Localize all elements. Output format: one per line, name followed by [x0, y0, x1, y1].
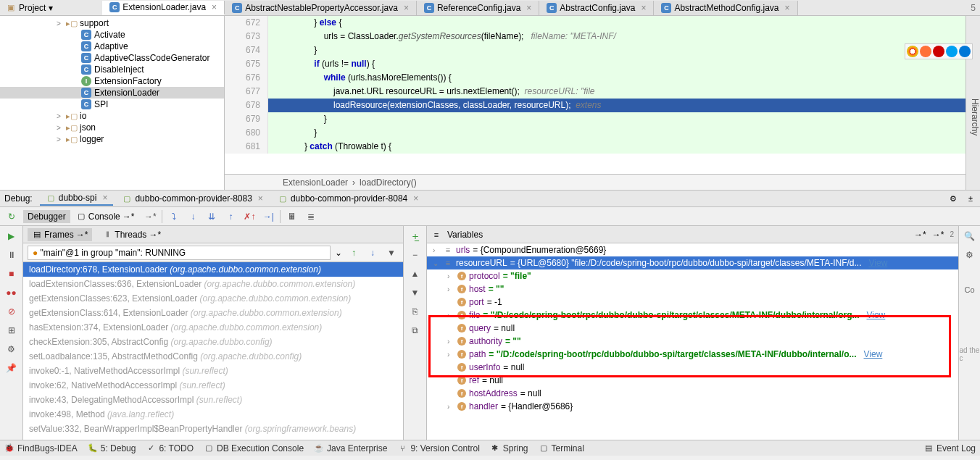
threads-tab[interactable]: ⫴ Threads →*: [98, 228, 165, 241]
breadcrumb[interactable]: ExtensionLoader › loadDirectory(): [225, 174, 966, 190]
bottom-tool-button[interactable]: ☕Java Enterprise: [314, 443, 387, 453]
expand-icon[interactable]: ›: [433, 246, 440, 254]
debug-run-tab[interactable]: ▢dubbo-common-provider-8084×: [272, 191, 424, 206]
frame-item[interactable]: invoke:62, NativeMethodAccessorImpl (sun…: [23, 378, 403, 393]
safari-icon[interactable]: [946, 46, 958, 57]
down-icon[interactable]: ▼: [408, 285, 423, 300]
chrome-icon[interactable]: [907, 46, 918, 57]
project-button[interactable]: ▣ Project ▾: [0, 3, 59, 13]
variable-item[interactable]: ›f path = "/D:/code/spring-boot/rpc/dubb…: [427, 348, 958, 361]
add-watch-icon[interactable]: +̲: [408, 229, 423, 243]
expand-icon[interactable]: ›: [447, 285, 454, 293]
arrow-right-icon[interactable]: →*: [143, 209, 157, 224]
pause-icon[interactable]: ⏸: [4, 248, 19, 262]
breadcrumb-method[interactable]: loadDirectory(): [360, 177, 417, 188]
frame-item[interactable]: invoke:43, DelegatingMethodAccessorImpl …: [23, 393, 403, 407]
frame-item[interactable]: invoke:498, Method (java.lang.reflect): [23, 407, 403, 422]
dup-icon[interactable]: ⧉: [408, 323, 423, 338]
view-link[interactable]: View: [869, 258, 888, 268]
bottom-tool-button[interactable]: 🐞FindBugs-IDEA: [4, 443, 78, 453]
expand-icon[interactable]: ›: [447, 351, 454, 359]
expand-icon[interactable]: ›: [447, 311, 454, 319]
code-line[interactable]: 676 while (urls.hasMoreElements()) {: [225, 71, 966, 85]
tree-item[interactable]: CAdaptive: [0, 41, 224, 52]
view-link[interactable]: View: [864, 349, 883, 359]
tree-item[interactable]: CAdaptiveClassCodeGenerator: [0, 52, 224, 64]
pin-icon[interactable]: ±: [966, 193, 976, 204]
arrow-out-icon[interactable]: →*: [932, 230, 944, 240]
opera-icon[interactable]: [933, 46, 944, 57]
variable-item[interactable]: f port = -1: [427, 296, 958, 309]
step-into-icon[interactable]: ↓: [186, 209, 200, 224]
frames-tab[interactable]: ▤ Frames →*: [28, 228, 92, 241]
firefox-icon[interactable]: [920, 46, 931, 57]
stop-icon[interactable]: ■: [4, 267, 19, 281]
code-line[interactable]: 678 loadResource(extensionClasses, class…: [225, 99, 966, 112]
frame-item[interactable]: setValue:332, BeanWrapperImpl$BeanProper…: [23, 422, 403, 436]
debug-run-tab[interactable]: ▢dubbo-spi×: [40, 191, 114, 206]
tree-item[interactable]: >▸▢json: [0, 122, 224, 133]
code-line[interactable]: 680 }: [225, 126, 966, 140]
resume-icon[interactable]: ▶: [4, 229, 19, 243]
drop-frame-icon[interactable]: ✗↑: [242, 209, 257, 224]
frame-item[interactable]: loadDirectory:678, ExtensionLoader (org.…: [23, 262, 403, 277]
close-icon[interactable]: ×: [413, 193, 418, 204]
variable-item[interactable]: ›f host = "": [427, 283, 958, 296]
variable-item[interactable]: ›≡ urls = {CompoundEnumeration@5669}: [427, 243, 958, 256]
event-log-button[interactable]: ▤ Event Log: [923, 443, 976, 453]
variable-item[interactable]: ›f authority = "": [427, 335, 958, 348]
expand-icon[interactable]: ›: [447, 272, 454, 280]
code-line[interactable]: 677 java.net.URL resourceURL = urls.next…: [225, 85, 966, 99]
trace-icon[interactable]: ≣: [304, 209, 318, 224]
debug-run-tab[interactable]: ▢dubbo-common-provider-8083×: [116, 191, 268, 206]
expand-icon[interactable]: ›: [447, 403, 454, 411]
frame-item[interactable]: hasExtension:374, ExtensionLoader (org.a…: [23, 320, 403, 335]
close-icon[interactable]: ×: [641, 3, 646, 13]
filter-icon[interactable]: ▼: [384, 246, 399, 260]
editor-tab[interactable]: CReferenceConfig.java×: [417, 1, 539, 15]
close-icon[interactable]: ×: [404, 3, 409, 13]
expand-icon[interactable]: ⌄: [433, 259, 440, 267]
variable-item[interactable]: f ref = null: [427, 374, 958, 387]
variable-item[interactable]: f userInfo = null: [427, 361, 958, 374]
bottom-tool-button[interactable]: 🐛5: Debug: [88, 443, 136, 453]
view-breakpoints-icon[interactable]: ●●: [4, 285, 19, 300]
tree-item[interactable]: CSPI: [0, 99, 224, 110]
frame-item[interactable]: loadExtensionClasses:636, ExtensionLoade…: [23, 277, 403, 291]
hierarchy-label[interactable]: Hierarchy: [970, 99, 980, 135]
code-line[interactable]: 675 if (urls != null) {: [225, 57, 966, 71]
tree-item[interactable]: IExtensionFactory: [0, 75, 224, 87]
close-icon[interactable]: ×: [258, 193, 263, 204]
up-icon[interactable]: ▲: [408, 267, 423, 281]
rerun-icon[interactable]: ↻: [4, 209, 19, 224]
gear-icon[interactable]: ⚙: [963, 248, 977, 262]
right-tool-strip[interactable]: Hierarchy m Maven Projects: [966, 16, 980, 190]
gear-icon[interactable]: ⚙: [948, 193, 958, 204]
ie-icon[interactable]: [959, 46, 971, 57]
frame-item[interactable]: setLoadbalance:135, AbstractMethodConfig…: [23, 349, 403, 364]
arrow-out-icon[interactable]: →*: [914, 230, 926, 240]
frame-item[interactable]: getExtensionClasses:623, ExtensionLoader…: [23, 291, 403, 306]
tree-item[interactable]: >▸▢io: [0, 110, 224, 122]
remove-watch-icon[interactable]: −: [408, 248, 423, 262]
bottom-tool-button[interactable]: ✓6: TODO: [146, 443, 194, 453]
search-icon[interactable]: 🔍: [963, 229, 977, 243]
variables-list[interactable]: ›≡ urls = {CompoundEnumeration@5669}⌄≡ r…: [427, 243, 958, 440]
mute-breakpoints-icon[interactable]: ⊘: [4, 304, 19, 319]
evaluate-icon[interactable]: 🖩: [285, 209, 299, 224]
code-line[interactable]: 674 }: [225, 43, 966, 57]
expand-icon[interactable]: ›: [447, 338, 454, 346]
frame-item[interactable]: checkExtension:305, AbstractConfig (org.…: [23, 335, 403, 349]
tree-item[interactable]: CActivate: [0, 29, 224, 41]
tree-item[interactable]: CDisableInject: [0, 64, 224, 75]
code-line[interactable]: 679 }: [225, 112, 966, 126]
chevron-down-icon[interactable]: ⌄: [335, 248, 342, 258]
layout-icon[interactable]: ⊞: [4, 323, 19, 338]
thread-selector[interactable]: ● "main"@1 in group "main": RUNNING: [28, 246, 331, 260]
frame-item[interactable]: getExtensionClass:614, ExtensionLoader (…: [23, 306, 403, 320]
debugger-subtab[interactable]: ▢Console →*: [72, 210, 139, 223]
variable-item[interactable]: ›f file = "/D:/code/spring-boot/rpc/dubb…: [427, 309, 958, 322]
code-area[interactable]: 672 } else {673 urls = ClassLoader.getSy…: [225, 16, 966, 174]
force-step-into-icon[interactable]: ⇊: [204, 209, 219, 224]
next-frame-icon[interactable]: ↓: [365, 246, 380, 260]
